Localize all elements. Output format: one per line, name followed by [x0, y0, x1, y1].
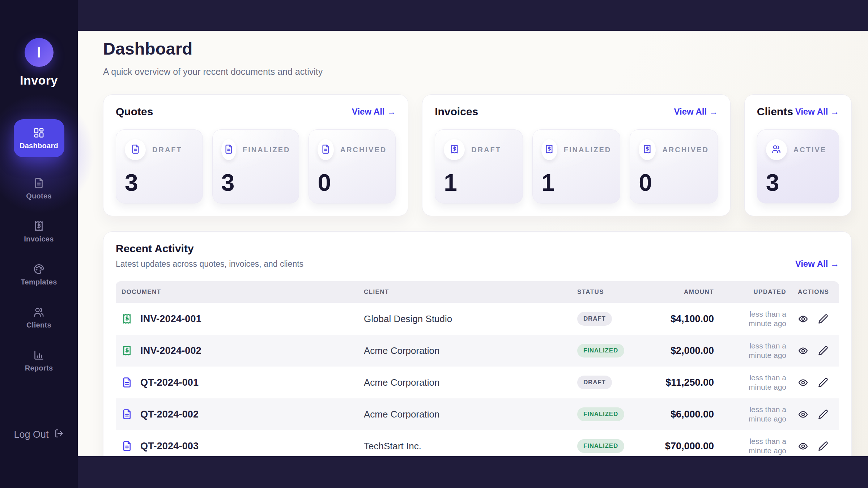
table-row: QT-2024-001Acme CorporationDRAFT$11,250.… — [116, 367, 839, 398]
stat-label: ARCHIVED — [340, 146, 387, 154]
document-cell: INV-2024-001 — [116, 313, 358, 325]
dashboard-icon — [33, 127, 44, 138]
updated-time: less than a minute ago — [720, 309, 792, 329]
stat-tile-quotes-archived: ARCHIVED0 — [309, 129, 396, 204]
client-name: Acme Corporation — [358, 345, 571, 356]
status-cell: DRAFT — [571, 376, 644, 389]
stat-label: FINALIZED — [243, 146, 290, 154]
stat-tile-top: ARCHIVED — [318, 139, 387, 160]
table-row: INV-2024-001Global Design StudioDRAFT$4,… — [116, 303, 839, 335]
column-header-amount: AMOUNT — [644, 281, 720, 303]
edit-action-button[interactable] — [818, 441, 828, 451]
stat-tile-top: DRAFT — [444, 139, 514, 160]
stat-value: 3 — [221, 169, 290, 196]
view-action-button[interactable] — [798, 409, 808, 420]
view-action-button[interactable] — [798, 346, 808, 356]
palette-icon — [33, 264, 44, 275]
actions-cell — [792, 377, 839, 388]
view-action-button[interactable] — [798, 377, 808, 388]
stat-tile-quotes-draft: DRAFT3 — [116, 129, 203, 204]
amount-value: $11,250.00 — [644, 377, 720, 388]
client-name: TechStart Inc. — [358, 441, 571, 452]
file-text-icon — [131, 144, 140, 155]
sidebar-item-label: Templates — [21, 278, 57, 286]
column-header-client: CLIENT — [358, 281, 571, 303]
edit-action-button[interactable] — [818, 409, 828, 420]
document-cell: QT-2024-002 — [116, 409, 358, 420]
sidebar-item-label: Reports — [25, 364, 53, 372]
updated-time: less than a minute ago — [720, 373, 792, 392]
sidebar-item-templates[interactable]: Templates — [21, 264, 57, 286]
stat-tile-top: DRAFT — [125, 139, 194, 160]
amount-value: $70,000.00 — [644, 441, 720, 452]
sidebar-item-label: Clients — [26, 321, 51, 329]
file-text-icon — [33, 177, 44, 189]
stat-icon-circle — [639, 139, 656, 160]
receipt-icon — [450, 144, 459, 155]
column-header-status: STATUS — [571, 281, 644, 303]
summary-cards-row: QuotesView All →DRAFT3FINALIZED3ARCHIVED… — [103, 94, 852, 216]
view-action-button[interactable] — [798, 314, 808, 324]
activity-table: DOCUMENTCLIENTSTATUSAMOUNTUPDATEDACTIONS… — [116, 281, 839, 456]
stat-label: DRAFT — [471, 146, 501, 154]
recent-activity-header: Recent Activity Latest updates across qu… — [116, 243, 839, 269]
stat-value: 0 — [318, 169, 387, 196]
stat-tile-quotes-finalized: FINALIZED3 — [212, 129, 299, 204]
stat-value: 3 — [125, 169, 194, 196]
logout-label: Log Out — [14, 429, 48, 440]
summary-card-invoices: InvoicesView All →DRAFT1FINALIZED1ARCHIV… — [422, 94, 731, 216]
stat-icon-circle — [221, 139, 236, 160]
edit-action-button[interactable] — [818, 377, 828, 388]
sidebar-item-clients[interactable]: Clients — [26, 307, 51, 329]
stat-label: DRAFT — [152, 146, 182, 154]
page-subtitle: A quick overview of your recent document… — [103, 67, 852, 77]
file-text-icon — [122, 441, 132, 451]
view-all-link-activity[interactable]: View All → — [795, 259, 839, 269]
stat-tiles: DRAFT3FINALIZED3ARCHIVED0 — [116, 129, 396, 204]
status-cell: FINALIZED — [571, 344, 644, 358]
actions-cell — [792, 314, 839, 324]
sidebar-item-quotes[interactable]: Quotes — [26, 177, 52, 200]
view-all-link-invoices[interactable]: View All → — [674, 107, 718, 117]
stat-icon-circle — [541, 139, 557, 160]
receipt-icon — [122, 345, 132, 356]
stat-tile-top: ACTIVE — [766, 139, 830, 160]
stat-tile-top: FINALIZED — [221, 139, 290, 160]
view-all-link-clients[interactable]: View All → — [795, 107, 839, 117]
sidebar-item-label: Invoices — [24, 235, 54, 243]
document-cell: QT-2024-001 — [116, 377, 358, 388]
stat-icon-circle — [444, 139, 465, 160]
file-text-icon — [122, 409, 132, 420]
column-header-actions: ACTIONS — [792, 281, 839, 303]
bar-chart-icon — [33, 350, 44, 361]
table-header-row: DOCUMENTCLIENTSTATUSAMOUNTUPDATEDACTIONS — [116, 281, 839, 303]
stat-tile-invoices-finalized: FINALIZED1 — [532, 129, 621, 204]
document-cell: INV-2024-002 — [116, 345, 358, 356]
stat-tile-invoices-archived: ARCHIVED0 — [630, 129, 718, 204]
amount-value: $6,000.00 — [644, 409, 720, 420]
stat-tiles: ACTIVE3 — [757, 129, 839, 204]
sidebar-item-dashboard[interactable]: Dashboard — [14, 119, 64, 157]
view-all-link-quotes[interactable]: View All → — [352, 107, 396, 117]
logout-button[interactable]: Log Out — [0, 428, 78, 441]
stat-icon-circle — [766, 139, 787, 160]
view-action-button[interactable] — [798, 441, 808, 451]
sidebar-item-reports[interactable]: Reports — [25, 350, 53, 372]
client-name: Global Design Studio — [358, 313, 571, 325]
receipt-icon — [33, 221, 44, 232]
edit-action-button[interactable] — [818, 314, 828, 324]
sidebar-item-invoices[interactable]: Invoices — [24, 221, 54, 243]
card-title: Quotes — [116, 106, 153, 118]
sidebar-nav: DashboardQuotesInvoicesTemplatesClientsR… — [0, 119, 78, 372]
card-header: ClientsView All → — [757, 106, 839, 118]
actions-cell — [792, 346, 839, 356]
status-badge: FINALIZED — [577, 439, 624, 453]
card-header: QuotesView All → — [116, 106, 396, 118]
stat-label: ARCHIVED — [662, 146, 709, 154]
edit-action-button[interactable] — [818, 346, 828, 356]
updated-time: less than a minute ago — [720, 437, 792, 456]
sidebar-item-label: Dashboard — [20, 142, 58, 150]
status-cell: FINALIZED — [571, 439, 644, 453]
status-badge: DRAFT — [577, 312, 612, 326]
stat-tiles: DRAFT1FINALIZED1ARCHIVED0 — [435, 129, 718, 204]
